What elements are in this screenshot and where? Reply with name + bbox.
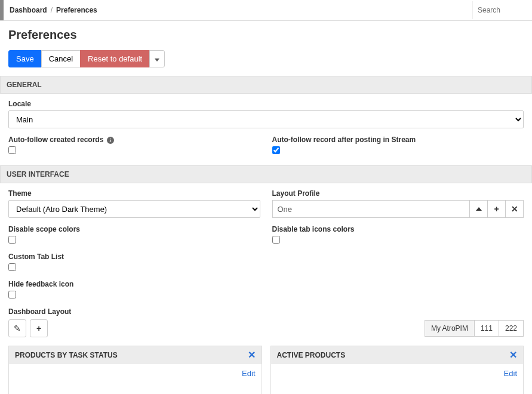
dashboard-tab[interactable]: My AtroPIM xyxy=(425,320,475,337)
search-input[interactable] xyxy=(473,1,532,19)
chevron-up-icon xyxy=(476,207,482,211)
dashlet: PRODUCTS BY TASK STATUS ✕ Edit xyxy=(8,346,262,394)
info-icon[interactable]: i xyxy=(107,137,114,144)
search-container xyxy=(472,1,532,19)
autofollow-stream-checkbox[interactable] xyxy=(272,146,280,154)
layout-profile-label: Layout Profile xyxy=(272,189,524,198)
autofollow-created-label: Auto-follow created records i xyxy=(8,136,260,144)
save-button[interactable]: Save xyxy=(8,50,42,67)
breadcrumb-sep: / xyxy=(51,6,53,14)
custom-tab-checkbox[interactable] xyxy=(8,263,16,271)
layout-profile-remove-button[interactable]: ✕ xyxy=(506,200,524,218)
breadcrumb-current: Preferences xyxy=(56,6,97,14)
cancel-button[interactable]: Cancel xyxy=(41,50,81,67)
theme-select[interactable]: Default (Atro Dark Theme) xyxy=(8,200,260,218)
dashboard-edit-button[interactable]: ✎ xyxy=(8,319,26,337)
dashlet-close-button[interactable]: ✕ xyxy=(509,350,517,360)
dashlet-close-button[interactable]: ✕ xyxy=(248,350,256,360)
dashlet-title: ACTIVE PRODUCTS xyxy=(277,351,346,359)
section-general-header: GENERAL xyxy=(0,76,532,94)
dashlet-edit-link[interactable]: Edit xyxy=(242,369,255,378)
disable-tab-icons-label: Disable tab icons colors xyxy=(272,225,524,233)
autofollow-created-checkbox[interactable] xyxy=(8,146,16,154)
disable-scope-label: Disable scope colors xyxy=(8,225,260,233)
disable-scope-checkbox[interactable] xyxy=(8,236,16,244)
dashlet: ACTIVE PRODUCTS ✕ Edit xyxy=(270,346,524,394)
action-toolbar: Save Cancel Reset to default xyxy=(8,50,524,67)
autofollow-stream-label: Auto-follow record after posting in Stre… xyxy=(272,136,524,144)
caret-down-icon xyxy=(155,59,159,61)
layout-profile-up-button[interactable] xyxy=(470,200,488,218)
dashlet-title: PRODUCTS BY TASK STATUS xyxy=(15,351,118,359)
page-title: Preferences xyxy=(8,28,524,42)
hide-feedback-checkbox[interactable] xyxy=(8,291,16,298)
layout-profile-add-button[interactable]: + xyxy=(488,200,506,218)
reset-button[interactable]: Reset to default xyxy=(80,50,150,67)
section-ui-header: USER INTERFACE xyxy=(0,165,532,183)
breadcrumb-root[interactable]: Dashboard xyxy=(10,6,47,14)
dashboard-tab[interactable]: 111 xyxy=(475,320,499,337)
locale-label: Locale xyxy=(8,100,524,108)
custom-tab-label: Custom Tab List xyxy=(8,253,260,261)
breadcrumb: Dashboard / Preferences xyxy=(4,1,472,19)
locale-select[interactable]: Main xyxy=(8,110,524,128)
dashboard-add-button[interactable]: + xyxy=(30,319,48,337)
theme-label: Theme xyxy=(8,189,260,198)
hide-feedback-label: Hide feedback icon xyxy=(8,280,260,288)
dashboard-tab[interactable]: 222 xyxy=(499,320,524,337)
layout-profile-input[interactable]: One xyxy=(272,200,471,218)
dashlet-edit-link[interactable]: Edit xyxy=(504,369,517,378)
reset-dropdown-toggle[interactable] xyxy=(149,50,165,67)
dashboard-layout-label: Dashboard Layout xyxy=(8,307,524,316)
disable-tab-icons-checkbox[interactable] xyxy=(272,236,280,244)
dashboard-tabs: My AtroPIM 111 222 xyxy=(425,320,524,337)
